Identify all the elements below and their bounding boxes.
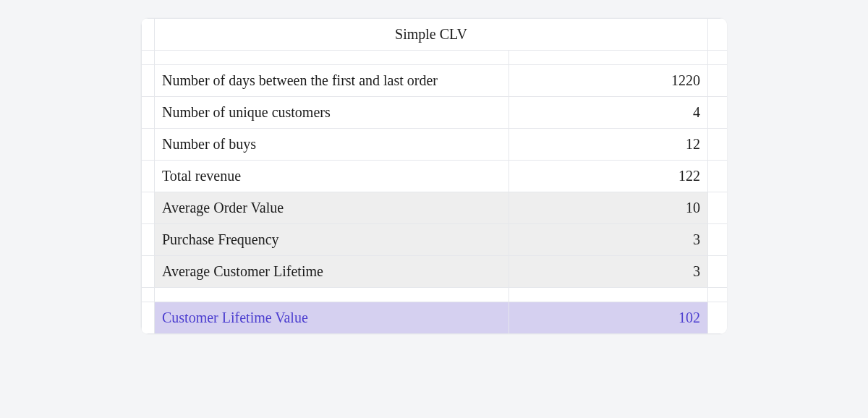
row-label: Number of days between the first and las… bbox=[155, 65, 509, 97]
data-row: Average Customer Lifetime 3 bbox=[142, 256, 728, 288]
data-row: Number of buys 12 bbox=[142, 129, 728, 161]
clv-table: Simple CLV Number of days between the fi… bbox=[141, 18, 727, 334]
row-value: 3 bbox=[509, 256, 708, 288]
title-row: Simple CLV bbox=[142, 19, 728, 51]
result-row: Customer Lifetime Value 102 bbox=[142, 302, 728, 334]
spacer-row bbox=[142, 51, 728, 65]
data-row: Total revenue 122 bbox=[142, 161, 728, 192]
gutter-cell bbox=[142, 19, 155, 51]
row-value: 12 bbox=[509, 129, 708, 161]
row-label: Number of unique customers bbox=[155, 97, 509, 129]
row-value: 4 bbox=[509, 97, 708, 129]
row-label: Purchase Frequency bbox=[155, 224, 509, 256]
spacer-row bbox=[142, 288, 728, 302]
row-label: Average Order Value bbox=[155, 192, 509, 224]
row-value: 3 bbox=[509, 224, 708, 256]
data-row: Purchase Frequency 3 bbox=[142, 224, 728, 256]
clv-spreadsheet: Simple CLV Number of days between the fi… bbox=[141, 18, 727, 334]
row-value: 10 bbox=[509, 192, 708, 224]
row-label: Total revenue bbox=[155, 161, 509, 192]
data-row: Average Order Value 10 bbox=[142, 192, 728, 224]
result-value: 102 bbox=[509, 302, 708, 334]
row-value: 122 bbox=[509, 161, 708, 192]
data-row: Number of unique customers 4 bbox=[142, 97, 728, 129]
row-label: Number of buys bbox=[155, 129, 509, 161]
data-row: Number of days between the first and las… bbox=[142, 65, 728, 97]
row-label: Average Customer Lifetime bbox=[155, 256, 509, 288]
result-label: Customer Lifetime Value bbox=[155, 302, 509, 334]
row-value: 1220 bbox=[509, 65, 708, 97]
table-title: Simple CLV bbox=[155, 19, 708, 51]
gutter-cell bbox=[708, 19, 728, 51]
